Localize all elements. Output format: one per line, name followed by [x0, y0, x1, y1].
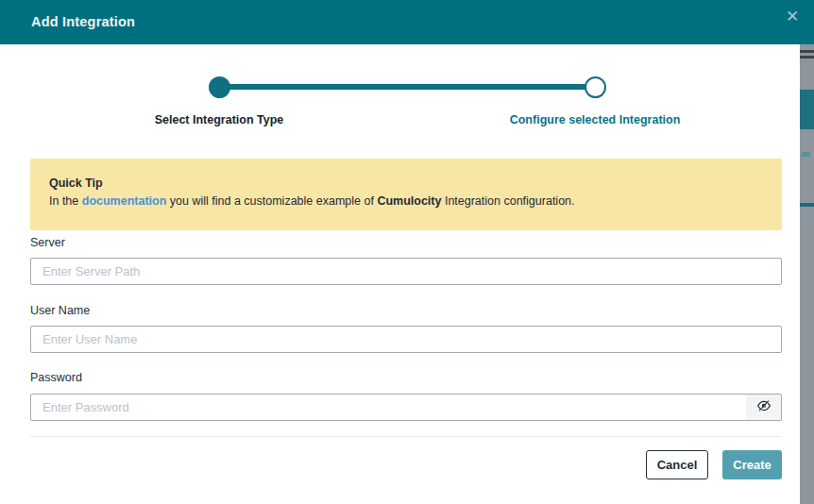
- background-decoration: [800, 90, 814, 129]
- background-decoration: [802, 152, 810, 157]
- stepper-dot-step1: [209, 76, 230, 98]
- password-input[interactable]: [30, 394, 747, 421]
- close-icon[interactable]: ✕: [781, 6, 804, 28]
- tip-text-prefix: In the: [49, 194, 82, 208]
- stepper-dot-step2: [585, 76, 606, 98]
- tip-product-name: Cumulocity: [377, 194, 441, 208]
- documentation-link[interactable]: documentation: [82, 194, 167, 208]
- quick-tip-text: In the documentation you will find a cus…: [49, 194, 763, 208]
- stepper-label-step2: Configure selected Integration: [491, 113, 699, 126]
- quick-tip-banner: Quick Tip In the documentation you will …: [30, 159, 782, 230]
- modal-header: Add Integration ✕: [0, 0, 814, 44]
- password-field-label: Password: [30, 371, 82, 384]
- footer-divider: [30, 436, 782, 437]
- username-field-label: User Name: [30, 304, 90, 317]
- tip-text-suffix: Integration configuration.: [441, 194, 574, 208]
- background-decoration: [800, 50, 814, 53]
- add-integration-dialog: Add Integration ✕ Select Integration Typ…: [0, 0, 814, 504]
- background-decoration: [800, 56, 814, 59]
- create-button[interactable]: Create: [722, 450, 782, 479]
- modal-title: Add Integration: [31, 0, 135, 44]
- username-input[interactable]: [30, 326, 782, 353]
- background-decoration: [800, 203, 814, 207]
- toggle-password-visibility-button[interactable]: [746, 394, 782, 421]
- background-page-strip: [800, 44, 814, 504]
- server-input[interactable]: [30, 258, 782, 285]
- server-field-label: Server: [30, 236, 65, 249]
- eye-off-icon: [756, 398, 772, 417]
- cancel-button[interactable]: Cancel: [646, 450, 708, 479]
- stepper-connector-line: [219, 84, 595, 90]
- modal-body: Select Integration Type Configure select…: [0, 44, 800, 504]
- quick-tip-title: Quick Tip: [49, 176, 763, 190]
- stepper-label-step1: Select Integration Type: [115, 113, 323, 126]
- tip-text-middle: you will find a customizable example of: [166, 194, 377, 208]
